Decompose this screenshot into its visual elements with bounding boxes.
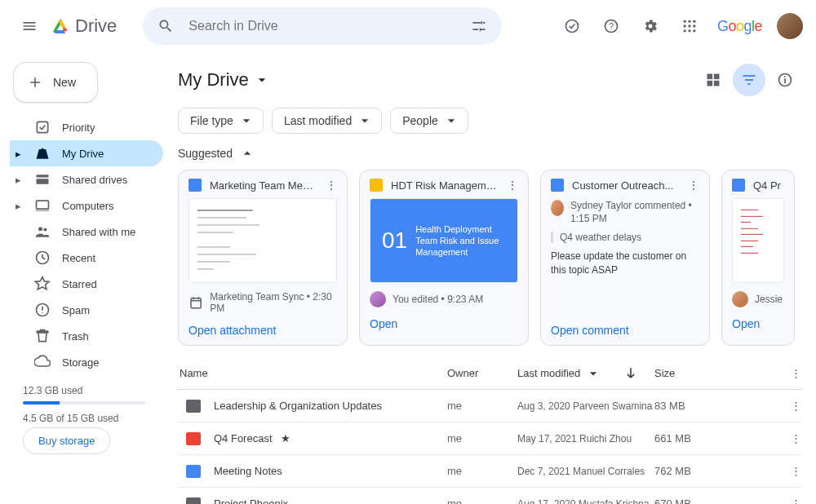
storage-bar: [23, 401, 145, 405]
suggested-card[interactable]: Q4 Pr ━━━━━━━━━━━━━━━━━━━━━━━━━━━━━━━━━━…: [721, 170, 795, 346]
settings-icon[interactable]: [634, 10, 667, 42]
card-more-icon[interactable]: ⋮: [688, 179, 699, 192]
row-more-icon[interactable]: ⋮: [769, 465, 801, 477]
row-size: 762 MB: [654, 465, 769, 477]
column-header-modified[interactable]: Last modified: [517, 365, 654, 382]
svg-rect-23: [714, 81, 720, 86]
card-action-link[interactable]: Open attachment: [188, 324, 337, 337]
sidebar-item-recent[interactable]: Recent: [10, 245, 163, 271]
search-input[interactable]: [182, 19, 463, 33]
row-modified: May 17, 2021 Ruichi Zhou: [517, 433, 654, 444]
help-icon[interactable]: ?: [595, 10, 628, 42]
card-title: HDT Risk Management: [391, 179, 499, 192]
table-row[interactable]: Meeting Notes me Dec 7, 2021 Manuel Corr…: [178, 455, 801, 488]
row-owner: me: [447, 400, 517, 412]
app-name: Drive: [75, 15, 117, 37]
card-more-icon[interactable]: ⋮: [507, 179, 518, 192]
sidebar-item-shared-drives[interactable]: ▸ Shared drives: [10, 166, 163, 192]
sidebar-item-storage[interactable]: Storage: [10, 349, 163, 375]
sidebar-item-spam[interactable]: Spam: [10, 297, 163, 323]
shared-drives-icon: [34, 171, 51, 188]
search-icon[interactable]: [149, 10, 182, 42]
buy-storage-button[interactable]: Buy storage: [23, 427, 110, 454]
page-title[interactable]: My Drive: [178, 69, 270, 91]
slides-icon: [370, 179, 383, 192]
offline-ready-icon[interactable]: [556, 10, 588, 42]
computers-icon: [34, 197, 51, 214]
chip-people[interactable]: People: [390, 108, 468, 134]
card-meta: Marketing Team Sync • 2:30 PM: [210, 291, 337, 314]
card-more-icon[interactable]: ⋮: [326, 179, 337, 192]
svg-point-7: [688, 24, 690, 27]
starred-icon: [34, 276, 51, 292]
new-button-label: New: [53, 76, 76, 89]
card-action-link[interactable]: Open comment: [551, 324, 699, 337]
sidebar-item-label: Trash: [62, 330, 89, 343]
row-more-icon[interactable]: ⋮: [769, 432, 801, 444]
column-header-name[interactable]: Name: [178, 367, 447, 379]
sidebar-item-priority[interactable]: Priority: [10, 114, 163, 140]
comment-quote: Q4 weather delays: [551, 232, 699, 243]
filter-view-button[interactable]: [733, 64, 765, 96]
sidebar-item-trash[interactable]: Trash: [10, 323, 163, 349]
star-icon: ★: [281, 432, 290, 444]
row-more-icon[interactable]: ⋮: [769, 400, 801, 412]
account-avatar[interactable]: [777, 13, 803, 39]
shared-with-me-icon: [34, 223, 51, 240]
chevron-up-icon: [239, 145, 255, 161]
svg-rect-22: [707, 81, 713, 86]
drive-triangle-icon: [52, 18, 69, 34]
suggested-card[interactable]: Marketing Team Meetin... ⋮ ━━━━━━━━━━━━━…: [178, 170, 348, 346]
sidebar-item-shared-with-me[interactable]: Shared with me: [10, 219, 163, 245]
sidebar-item-label: Spam: [62, 304, 90, 316]
row-size: 670 MB: [654, 497, 769, 504]
svg-point-8: [693, 24, 695, 27]
card-action-link[interactable]: Open: [732, 317, 784, 330]
sidebar-item-starred[interactable]: Starred: [10, 271, 163, 297]
suggested-card[interactable]: HDT Risk Management ⋮ 01 Health Deployme…: [359, 170, 529, 346]
column-header-size[interactable]: Size: [654, 367, 769, 379]
row-owner: me: [447, 465, 517, 477]
user-avatar-icon: [732, 291, 748, 307]
sidebar-item-label: Shared drives: [62, 174, 127, 186]
chip-last-modified[interactable]: Last modified: [272, 108, 382, 134]
table-row[interactable]: Project Phoenix me Aug 17, 2020 Mustafa …: [178, 488, 801, 504]
svg-point-10: [688, 29, 690, 32]
card-thumbnail: ━━━━━━━━━━━━━━━━━━━━━━━━━━━━━━━━━━━━━━━━…: [188, 198, 337, 283]
sidebar-item-label: Storage: [62, 356, 100, 369]
user-avatar-icon: [551, 200, 564, 216]
table-row[interactable]: Leadership & Organization Updates me Aug…: [178, 390, 801, 422]
search-bar[interactable]: [143, 7, 502, 45]
sidebar-item-label: Shared with me: [62, 226, 135, 238]
docs-icon: [188, 179, 202, 192]
sidebar-item-computers[interactable]: ▸ Computers: [10, 192, 163, 219]
spam-icon: [34, 302, 51, 318]
table-row[interactable]: Q4 Forecast ★ me May 17, 2021 Ruichi Zho…: [178, 422, 801, 455]
table-header: Name Owner Last modified Size ⋮: [178, 357, 801, 390]
storage-used-long: 4.5 GB of 15 GB used: [23, 413, 150, 424]
card-action-link[interactable]: Open: [370, 317, 518, 330]
search-options-icon[interactable]: [463, 10, 495, 42]
card-author-line: Sydney Taylor commented • 1:15 PM: [570, 200, 699, 225]
suggested-cards: Marketing Team Meetin... ⋮ ━━━━━━━━━━━━━…: [178, 170, 801, 346]
new-button[interactable]: New: [13, 62, 98, 103]
row-more-icon[interactable]: ⋮: [769, 497, 801, 504]
sidebar-item-my-drive[interactable]: ▸ My Drive: [10, 140, 163, 166]
caret-down-icon: [443, 113, 459, 129]
column-header-menu[interactable]: ⋮: [769, 367, 801, 379]
apps-grid-icon[interactable]: [673, 10, 706, 42]
card-thumbnail: ━━━━━━━━━━━━━━━━━━━━━━━━━━━━━━━━━━━━━━━━…: [732, 198, 784, 283]
suggested-toggle[interactable]: Suggested: [178, 145, 801, 161]
info-button[interactable]: [769, 64, 801, 96]
storage-used-short: 12.3 GB used: [23, 385, 150, 396]
suggested-card[interactable]: Customer Outreach... ⋮ Sydney Taylor com…: [540, 170, 710, 346]
grid-view-button[interactable]: [697, 64, 730, 96]
column-header-owner[interactable]: Owner: [447, 367, 517, 379]
drive-logo[interactable]: Drive: [52, 15, 117, 37]
svg-point-11: [693, 29, 695, 32]
row-modified: Aug 3, 2020 Parveen Swamina: [517, 400, 654, 412]
main-menu-button[interactable]: [13, 10, 46, 42]
chip-file-type[interactable]: File type: [178, 108, 264, 134]
folder-icon: [186, 400, 201, 413]
row-modified: Aug 17, 2020 Mustafa Krishna: [517, 498, 654, 505]
